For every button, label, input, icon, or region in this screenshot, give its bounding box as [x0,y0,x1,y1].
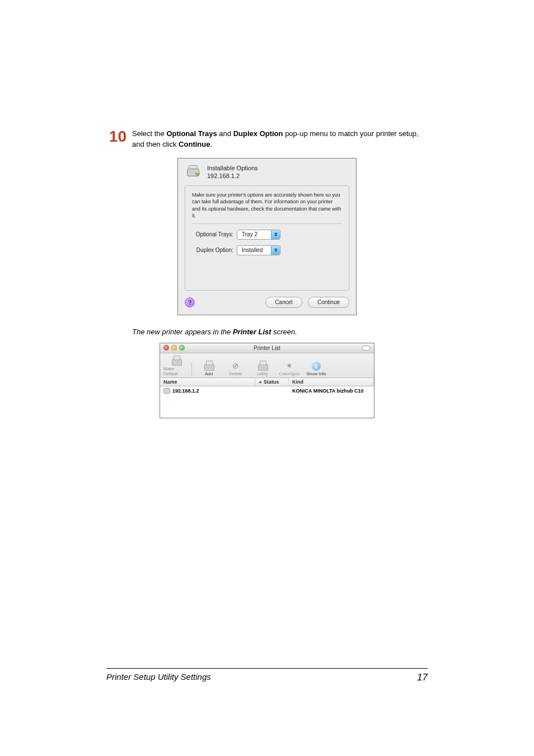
step-instruction: Select the Optional Trays and Duplex Opt… [132,129,428,150]
utility-button[interactable]: Utility [250,361,275,376]
dialog-title: Installable Options [207,164,258,172]
help-button[interactable]: ? [185,297,195,307]
show-info-button[interactable]: i Show Info [303,362,329,376]
add-button[interactable]: Add [196,361,222,376]
row-status [259,388,292,394]
table-row[interactable]: 192.168.1.2 KONICA MINOLTA bizhub C10 [160,386,374,395]
printer-add-icon [203,361,215,371]
dialog-message: Make sure your printer's options are acc… [192,192,342,224]
utility-icon [256,361,269,371]
duplex-option-label: Duplex Option: [192,247,233,253]
window-title: Printer List [160,345,374,351]
optional-trays-select[interactable]: Tray 2 [237,230,280,240]
printer-list-window: Printer List Make Default Add ⊘ Delete U… [160,343,374,418]
make-default-button[interactable]: Make Default [163,356,189,376]
result-caption: The new printer appears in the Printer L… [132,328,428,336]
optional-trays-label: Optional Trays: [192,231,233,237]
row-name: 192.168.1.2 [172,388,199,394]
column-header-name[interactable]: Name [160,378,255,386]
colorsync-button[interactable]: ✶ ColorSync [277,361,302,376]
toolbar-separator [191,363,194,376]
select-stepper-icon[interactable] [271,246,280,255]
toolbar-toggle-icon[interactable] [362,346,371,351]
printer-icon [185,164,202,180]
printer-icon [170,356,182,366]
cancel-button[interactable]: Cancel [265,297,302,308]
step-number: 10 [106,129,127,144]
delete-button[interactable]: ⊘ Delete [223,361,249,376]
row-kind: KONICA MINOLTA bizhub C10 [292,388,371,394]
continue-button[interactable]: Continue [308,297,349,308]
printer-small-icon [163,388,170,394]
delete-icon: ⊘ [229,361,242,371]
footer-title: Printer Setup Utility Settings [106,672,211,683]
optional-trays-value: Tray 2 [237,231,271,237]
sort-ascending-icon [259,381,262,383]
installable-options-dialog: Installable Options 192.168.1.2 Make sur… [177,158,357,315]
duplex-option-select[interactable]: Installed [237,245,280,255]
column-header-kind[interactable]: Kind [289,378,374,386]
select-stepper-icon[interactable] [271,230,280,239]
info-icon: i [312,362,321,371]
colorsync-icon: ✶ [283,361,296,371]
column-header-status[interactable]: Status [255,378,289,386]
dialog-subtitle: 192.168.1.2 [207,172,258,180]
duplex-option-value: Installed [237,247,271,253]
page-number: 17 [417,672,428,683]
